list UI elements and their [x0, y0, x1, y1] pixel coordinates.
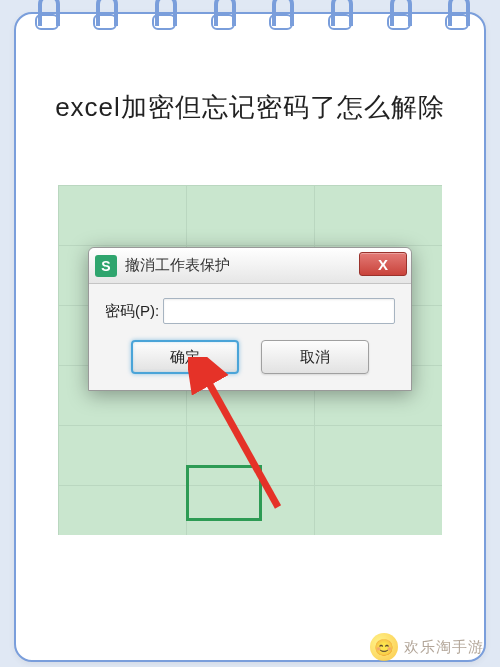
password-label: 密码(P):	[105, 302, 159, 321]
password-row: 密码(P):	[105, 298, 395, 324]
dialog-title: 撤消工作表保护	[125, 256, 230, 275]
close-icon: X	[378, 256, 388, 273]
screenshot-area: S 撤消工作表保护 X 密码(P): 确定 取消	[58, 185, 442, 535]
page-title: excel加密但忘记密码了怎么解除	[16, 90, 484, 125]
unprotect-sheet-dialog: S 撤消工作表保护 X 密码(P): 确定 取消	[88, 247, 412, 391]
watermark-text: 欢乐淘手游	[404, 638, 484, 657]
selected-cell	[186, 465, 262, 521]
ok-button[interactable]: 确定	[131, 340, 239, 374]
dialog-body: 密码(P): 确定 取消	[89, 284, 411, 390]
watermark-icon: 😊	[370, 633, 398, 661]
notebook-page: excel加密但忘记密码了怎么解除 S 撤消工作表保护 X 密码(P): 确定	[14, 12, 486, 662]
password-input[interactable]	[163, 298, 395, 324]
watermark: 😊 欢乐淘手游	[370, 633, 484, 661]
close-button[interactable]: X	[359, 252, 407, 276]
dialog-buttons: 确定 取消	[105, 340, 395, 374]
notebook-rings	[0, 0, 500, 38]
dialog-titlebar: S 撤消工作表保护 X	[89, 248, 411, 284]
app-icon: S	[95, 255, 117, 277]
cancel-button[interactable]: 取消	[261, 340, 369, 374]
